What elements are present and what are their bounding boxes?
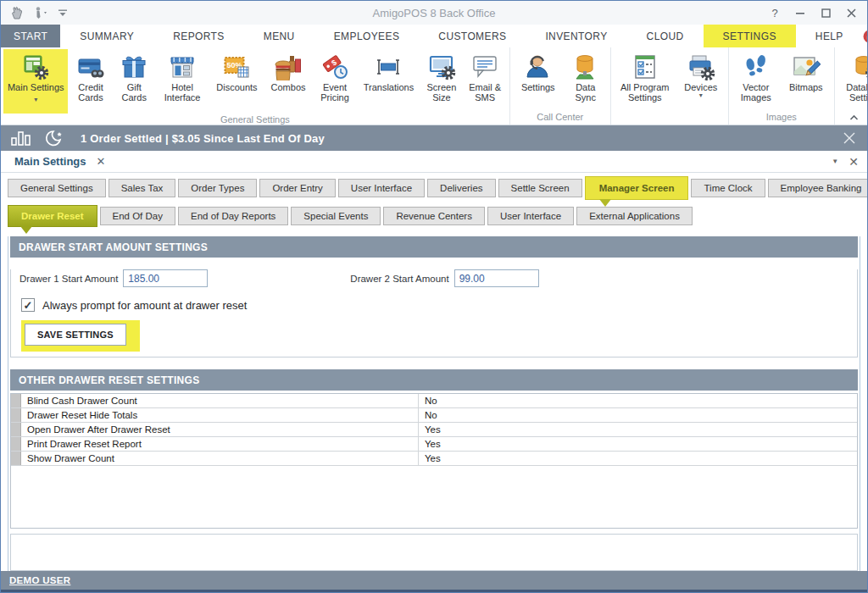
setting-value[interactable]: No bbox=[418, 394, 857, 407]
empty-detail-box bbox=[10, 534, 858, 571]
row-selector-gutter[interactable] bbox=[11, 437, 21, 451]
menu-tab-customers[interactable]: CUSTOMERS bbox=[419, 25, 526, 47]
ribbon-button-main-settings[interactable]: Main Settings ▾ bbox=[3, 49, 68, 114]
tab-end-of-day[interactable]: End Of Day bbox=[100, 207, 175, 225]
tab-time-clock[interactable]: Time Clock bbox=[691, 179, 765, 197]
footer-accent-line bbox=[1, 590, 867, 592]
lock-icon[interactable] bbox=[863, 30, 868, 43]
ribbon-group-label: Images bbox=[732, 111, 832, 125]
table-row[interactable]: Show Drawer CountYes bbox=[11, 452, 857, 466]
ribbon-button-translations[interactable]: Translations bbox=[358, 49, 420, 110]
ribbon-button-screen-size[interactable]: Screen Size bbox=[420, 49, 463, 110]
touch-pointer-icon[interactable] bbox=[32, 6, 49, 19]
setting-value[interactable]: Yes bbox=[418, 437, 857, 451]
tab-general-settings[interactable]: General Settings bbox=[8, 179, 106, 197]
tab-revenue-centers[interactable]: Revenue Centers bbox=[383, 207, 485, 225]
table-row[interactable]: Blind Cash Drawer CountNo bbox=[11, 394, 857, 408]
tab-deliveries[interactable]: Deliveries bbox=[427, 179, 496, 197]
help-button[interactable]: ? bbox=[764, 4, 786, 21]
notification-bar: 1 Order Settled | $3.05 Since Last End O… bbox=[1, 125, 867, 151]
section-header-drawer-start: DRAWER START AMOUNT SETTINGS bbox=[10, 236, 858, 258]
menu-tab-reports[interactable]: REPORTS bbox=[153, 25, 244, 47]
amigopos-back-office-window: { "window": { "title": "AmigoPOS 8 Back … bbox=[0, 0, 868, 593]
ribbon-button-data-sync[interactable]: Data Sync bbox=[564, 49, 608, 110]
ribbon-button-discounts[interactable]: 50%Discounts bbox=[209, 49, 264, 110]
drawer-2-start-amount-input[interactable] bbox=[454, 269, 539, 287]
tab-drawer-reset[interactable]: Drawer Reset bbox=[8, 205, 97, 227]
setting-value[interactable]: Yes bbox=[418, 423, 857, 436]
ribbon-button-bitmaps[interactable]: Bitmaps bbox=[781, 49, 832, 110]
menu-tab-employees[interactable]: EMPLOYEES bbox=[314, 25, 420, 47]
save-settings-button[interactable]: SAVE SETTINGS bbox=[25, 324, 126, 346]
setting-value[interactable]: No bbox=[418, 408, 857, 422]
ribbon-button-settings[interactable]: Settings bbox=[513, 49, 564, 110]
doc-tab-main-settings[interactable]: Main Settings ✕ bbox=[14, 155, 105, 168]
tab-settle-screen[interactable]: Settle Screen bbox=[498, 179, 582, 197]
maximize-button[interactable] bbox=[815, 4, 837, 21]
tab-external-applications[interactable]: External Applications bbox=[576, 207, 693, 225]
menu-tab-settings[interactable]: SETTINGS bbox=[704, 25, 796, 47]
title-bar: AmigoPOS 8 Back Office ? bbox=[1, 1, 867, 25]
row-selector-gutter[interactable] bbox=[11, 452, 21, 465]
ribbon-button-event-pricing[interactable]: $Event Pricing bbox=[312, 49, 357, 110]
menu-tab-cloud[interactable]: CLOUD bbox=[627, 25, 704, 47]
setting-value[interactable]: Yes bbox=[418, 452, 857, 465]
ribbon-button-label: Bitmaps bbox=[789, 82, 823, 92]
ribbon-button-devices[interactable]: Devices▾ bbox=[676, 49, 726, 110]
menu-tab-inventory[interactable]: INVENTORY bbox=[526, 25, 626, 47]
checkbox-label: Always prompt for amount at drawer reset bbox=[42, 299, 247, 312]
footer-bar: DEMO USER bbox=[1, 571, 867, 590]
ribbon-group-database: Database SettingsSQLSQL QueryDatabase bbox=[835, 47, 868, 125]
row-selector-gutter[interactable] bbox=[11, 394, 21, 407]
ribbon-button-gift-cards[interactable]: Gift Cards bbox=[114, 49, 155, 110]
prompt-checkbox-row: ✓ Always prompt for amount at drawer res… bbox=[21, 298, 857, 312]
table-row[interactable]: Print Drawer Reset ReportYes bbox=[11, 437, 857, 452]
minimize-button[interactable] bbox=[789, 4, 811, 21]
ribbon-button-vector-images[interactable]: Vector Images bbox=[732, 49, 781, 110]
other-settings-table: Blind Cash Drawer CountNoDrawer Reset Hi… bbox=[10, 393, 858, 529]
menu-tab-start[interactable]: START bbox=[1, 25, 60, 47]
ribbon-group-label: Call Center bbox=[513, 111, 608, 125]
tab-strip-close-icon[interactable]: ✕ bbox=[849, 155, 859, 169]
hotel-interface-icon bbox=[168, 52, 197, 82]
document-tab-strip: Main Settings ✕ ▼ ✕ bbox=[1, 151, 867, 173]
table-row[interactable]: Open Drawer After Drawer ResetYes bbox=[11, 423, 857, 437]
ribbon-button-label: Main Settings ▾ bbox=[7, 82, 64, 104]
credit-cards-icon bbox=[76, 52, 105, 82]
toolbar-customize-icon[interactable] bbox=[58, 8, 68, 18]
tab-order-entry[interactable]: Order Entry bbox=[259, 179, 335, 197]
ribbon-button-credit-cards[interactable]: Credit Cards bbox=[68, 49, 113, 110]
ribbon-button-label: Event Pricing bbox=[315, 82, 353, 103]
menu-tab-help[interactable]: HELP bbox=[796, 25, 863, 47]
drawer-reset-panel: DRAWER START AMOUNT SETTINGS Drawer 1 St… bbox=[8, 236, 860, 571]
ribbon-group-misc: All Program SettingsDevices▾ bbox=[611, 47, 729, 125]
tab-sales-tax[interactable]: Sales Tax bbox=[108, 179, 176, 197]
tab-manager-screen[interactable]: Manager Screen bbox=[585, 176, 689, 200]
tab-user-interface[interactable]: User Interface bbox=[487, 207, 574, 225]
ribbon-button-combos[interactable]: Combos bbox=[264, 49, 313, 110]
hand-cursor-icon[interactable] bbox=[9, 6, 24, 20]
menu-tab-summary[interactable]: SUMMARY bbox=[60, 25, 153, 47]
tab-order-types[interactable]: Order Types bbox=[178, 179, 257, 197]
ribbon-button-database-settings[interactable]: Database Settings bbox=[837, 49, 868, 110]
menu-tab-menu[interactable]: MENU bbox=[244, 25, 314, 47]
ribbon-collapse-icon[interactable] bbox=[849, 114, 859, 121]
row-selector-gutter[interactable] bbox=[11, 423, 21, 436]
tab-employee-banking[interactable]: Employee Banking bbox=[768, 179, 868, 197]
row-selector-gutter[interactable] bbox=[11, 408, 21, 422]
notification-close-icon[interactable] bbox=[838, 130, 860, 146]
tab-special-events[interactable]: Special Events bbox=[291, 207, 381, 225]
drawer-1-start-amount-input[interactable] bbox=[123, 269, 208, 287]
ribbon-button-all-program-settings[interactable]: All Program Settings bbox=[614, 49, 676, 110]
ribbon-button-label: All Program Settings bbox=[617, 82, 673, 103]
close-button[interactable] bbox=[840, 4, 862, 21]
tab-end-of-day-reports[interactable]: End of Day Reports bbox=[178, 207, 288, 225]
tab-user-interface[interactable]: User Interface bbox=[338, 179, 425, 197]
tab-list-dropdown-icon[interactable]: ▼ bbox=[832, 158, 838, 165]
doc-tab-close-icon[interactable]: ✕ bbox=[97, 155, 106, 168]
always-prompt-checkbox[interactable]: ✓ bbox=[21, 298, 35, 312]
ribbon-button-email-sms[interactable]: Email & SMS bbox=[464, 49, 507, 110]
ribbon-button-hotel-interface[interactable]: Hotel Interface bbox=[155, 49, 209, 110]
logged-in-user-link[interactable]: DEMO USER bbox=[9, 575, 70, 585]
table-row[interactable]: Drawer Reset Hide TotalsNo bbox=[11, 408, 857, 423]
